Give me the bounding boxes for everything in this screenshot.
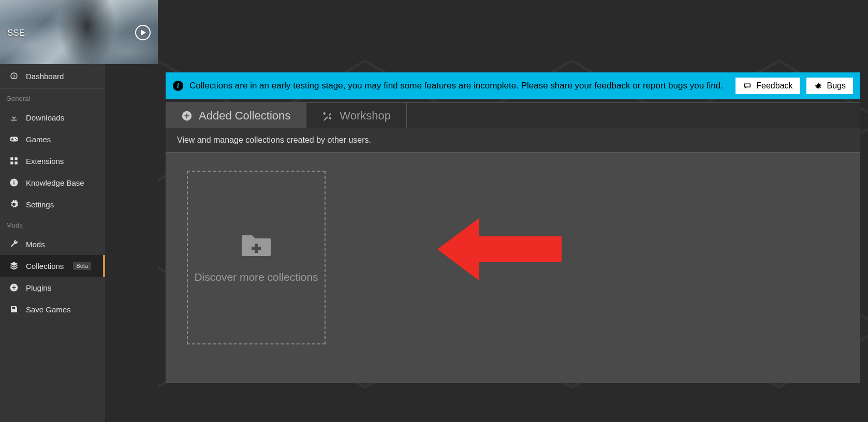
wrench-icon	[9, 239, 19, 249]
beta-badge: Beta	[73, 262, 91, 270]
tab-workshop[interactable]: Workshop	[306, 103, 407, 128]
feedback-button[interactable]: Feedback	[735, 78, 800, 94]
sidebar-item-label: Mods	[26, 240, 45, 249]
play-button[interactable]	[135, 25, 151, 40]
gauge-icon	[9, 71, 19, 81]
sidebar-item-label: Dashboard	[26, 72, 64, 81]
game-short-name: SSE	[7, 28, 25, 38]
gear-icon	[9, 200, 19, 209]
plus-circle-icon	[181, 110, 193, 122]
tools-icon	[322, 110, 333, 122]
main-area: i Collections are in an early testing st…	[158, 16, 868, 422]
svg-rect-6	[12, 287, 16, 288]
sidebar-item-label: Plugins	[26, 283, 51, 292]
sidebar-item-label: Settings	[26, 200, 54, 209]
bugs-button[interactable]: Bugs	[806, 78, 853, 94]
sidebar-item-label: Save Games	[26, 305, 71, 314]
sidebar-section-mods: Mods	[0, 215, 105, 233]
sidebar-item-save-games[interactable]: Save Games	[0, 298, 105, 320]
discover-card-text: Discover more collections	[194, 269, 318, 284]
svg-marker-0	[141, 29, 146, 36]
sidebar-item-knowledge-base[interactable]: Knowledge Base	[0, 172, 105, 193]
plus-circle-icon	[9, 283, 19, 292]
content-pane: Discover more collections	[166, 153, 860, 383]
sidebar-item-settings[interactable]: Settings	[0, 193, 105, 215]
sidebar-item-dashboard[interactable]: Dashboard	[0, 64, 105, 88]
info-icon: i	[173, 81, 183, 91]
download-icon	[9, 113, 19, 122]
tab-description: View and manage collections created by o…	[166, 128, 860, 153]
save-icon	[9, 305, 19, 314]
notice-bar: i Collections are in an early testing st…	[166, 72, 860, 99]
feedback-icon	[743, 81, 752, 91]
svg-rect-2	[13, 182, 14, 185]
discover-more-card[interactable]: Discover more collections	[187, 171, 326, 344]
gamepad-icon	[9, 134, 19, 144]
info-icon	[9, 178, 19, 187]
sidebar-item-label: Collections	[26, 262, 64, 270]
game-banner[interactable]: SSE	[0, 0, 158, 64]
sidebar-item-collections[interactable]: Collections Beta	[0, 255, 105, 277]
folder-plus-icon	[240, 230, 273, 258]
sidebar-section-general: General	[0, 88, 105, 107]
sidebar-item-games[interactable]: Games	[0, 128, 105, 150]
bug-icon	[814, 81, 823, 91]
sidebar-item-mods[interactable]: Mods	[0, 233, 105, 255]
feedback-button-label: Feedback	[756, 81, 792, 91]
sidebar-item-label: Games	[26, 135, 51, 144]
sidebar: Dashboard General Downloads Games Extens…	[0, 64, 105, 422]
svg-rect-9	[184, 115, 189, 116]
tab-label: Workshop	[340, 109, 391, 123]
bugs-button-label: Bugs	[827, 81, 846, 91]
tab-label: Added Collections	[199, 109, 290, 123]
tab-added-collections[interactable]: Added Collections	[166, 103, 306, 128]
sidebar-item-plugins[interactable]: Plugins	[0, 277, 105, 298]
svg-rect-11	[252, 247, 261, 250]
sidebar-item-label: Knowledge Base	[26, 178, 84, 187]
sidebar-item-downloads[interactable]: Downloads	[0, 107, 105, 128]
sidebar-item-extensions[interactable]: Extensions	[0, 150, 105, 172]
notice-text: Collections are in an early testing stag…	[189, 81, 729, 91]
sidebar-item-label: Downloads	[26, 113, 64, 122]
puzzle-icon	[9, 156, 19, 165]
play-icon	[141, 29, 146, 36]
svg-point-3	[13, 180, 14, 182]
layers-icon	[9, 261, 19, 270]
sidebar-item-label: Extensions	[26, 157, 64, 165]
tabs: Added Collections Workshop	[166, 102, 860, 128]
